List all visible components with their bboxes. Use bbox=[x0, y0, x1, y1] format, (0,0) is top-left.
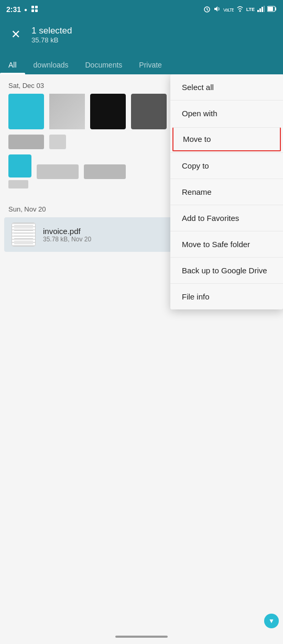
file-thumb-teal[interactable] bbox=[8, 94, 44, 129]
wifi-icon bbox=[236, 5, 244, 14]
file-thumb-dark-gray[interactable] bbox=[131, 94, 167, 129]
status-bar: 2:31 ● VoL bbox=[0, 0, 283, 19]
menu-item-move-to-label: Move to bbox=[183, 135, 211, 143]
scroll-indicator[interactable] bbox=[264, 614, 279, 628]
selected-count-label: 1 selected bbox=[31, 26, 72, 36]
svg-rect-11 bbox=[259, 8, 261, 12]
signal-icon: VoLTE bbox=[223, 5, 234, 14]
menu-item-open-with[interactable]: Open with bbox=[170, 100, 283, 126]
file-item-meta: 35.78 kB, Nov 20 bbox=[43, 236, 91, 243]
menu-item-move-to[interactable]: Move to bbox=[172, 127, 281, 151]
context-menu: Select all Open with Move to Copy to Ren… bbox=[170, 74, 283, 309]
close-icon: ✕ bbox=[11, 28, 20, 41]
close-button[interactable]: ✕ bbox=[7, 26, 24, 43]
menu-item-move-safe[interactable]: Move to Safe folder bbox=[170, 231, 283, 257]
tab-private-label: Private bbox=[139, 61, 162, 69]
svg-rect-15 bbox=[268, 7, 273, 11]
menu-item-file-info[interactable]: File info bbox=[170, 283, 283, 309]
file-thumb-gray[interactable] bbox=[49, 94, 85, 129]
file-name-stub bbox=[8, 180, 28, 188]
signal-bars-icon bbox=[257, 6, 265, 13]
svg-rect-12 bbox=[262, 7, 263, 12]
notification-icon bbox=[30, 5, 39, 15]
svg-rect-0 bbox=[31, 6, 34, 8]
volume-icon bbox=[213, 5, 221, 14]
strip-item-2[interactable] bbox=[49, 135, 66, 149]
svg-line-6 bbox=[207, 9, 208, 10]
menu-item-select-all[interactable]: Select all bbox=[170, 74, 283, 100]
menu-item-copy-to[interactable]: Copy to bbox=[170, 152, 283, 179]
lte-icon: LTE bbox=[246, 7, 255, 12]
svg-point-9 bbox=[239, 10, 241, 12]
tab-documents-label: Documents bbox=[85, 61, 123, 69]
svg-rect-3 bbox=[35, 9, 38, 12]
menu-item-move-safe-label: Move to Safe folder bbox=[182, 240, 250, 249]
status-time-area: 2:31 ● bbox=[6, 5, 39, 15]
tab-bar: All downloads Documents Private bbox=[0, 50, 283, 74]
menu-item-rename[interactable]: Rename bbox=[170, 179, 283, 205]
tab-all[interactable]: All bbox=[0, 55, 25, 74]
svg-rect-10 bbox=[257, 10, 259, 12]
file-item-name: invoice.pdf bbox=[43, 227, 91, 236]
svg-text:VoLTE: VoLTE bbox=[223, 7, 234, 13]
tab-documents[interactable]: Documents bbox=[77, 55, 131, 74]
menu-item-backup-google-drive[interactable]: Back up to Google Drive bbox=[170, 257, 283, 283]
home-bar bbox=[115, 636, 168, 638]
svg-rect-13 bbox=[264, 6, 265, 12]
menu-item-add-favorites-label: Add to Favorites bbox=[182, 214, 239, 223]
tab-downloads[interactable]: downloads bbox=[25, 55, 77, 74]
menu-item-add-favorites[interactable]: Add to Favorites bbox=[170, 205, 283, 231]
svg-marker-7 bbox=[214, 6, 217, 12]
battery-icon bbox=[267, 6, 277, 13]
pdf-icon bbox=[12, 223, 36, 247]
svg-rect-1 bbox=[35, 6, 38, 8]
file-thumb-gray-rect1[interactable] bbox=[37, 164, 79, 179]
file-thumb-black[interactable] bbox=[90, 94, 126, 129]
status-time: 2:31 bbox=[6, 5, 21, 14]
selection-toolbar: ✕ 1 selected 35.78 kB bbox=[0, 19, 283, 50]
file-thumb-gray-rect2[interactable] bbox=[84, 164, 126, 179]
menu-item-file-info-label: File info bbox=[182, 292, 210, 301]
tab-downloads-label: downloads bbox=[34, 61, 69, 69]
main-content: Sat, Dec 03 Sun, Nov 20 bbox=[0, 74, 283, 644]
svg-rect-2 bbox=[31, 9, 34, 12]
menu-item-backup-google-drive-label: Back up to Google Drive bbox=[182, 266, 267, 275]
menu-item-select-all-label: Select all bbox=[182, 83, 214, 92]
pdf-preview bbox=[12, 223, 35, 246]
file-item-info: invoice.pdf 35.78 kB, Nov 20 bbox=[43, 227, 91, 243]
menu-item-copy-to-label: Copy to bbox=[182, 161, 209, 170]
file-thumb-blue-sq[interactable] bbox=[8, 154, 31, 177]
file-mixed-col bbox=[8, 154, 31, 188]
menu-item-open-with-label: Open with bbox=[182, 109, 217, 118]
status-icons-area: VoLTE LTE bbox=[203, 5, 277, 14]
tab-all-label: All bbox=[8, 61, 17, 69]
menu-item-rename-label: Rename bbox=[182, 187, 212, 196]
dot-icon: ● bbox=[24, 7, 27, 13]
file-size-label: 35.78 kB bbox=[31, 36, 72, 44]
alarm-icon bbox=[203, 5, 211, 14]
strip-item-1[interactable] bbox=[8, 135, 44, 149]
tab-private[interactable]: Private bbox=[130, 55, 170, 74]
